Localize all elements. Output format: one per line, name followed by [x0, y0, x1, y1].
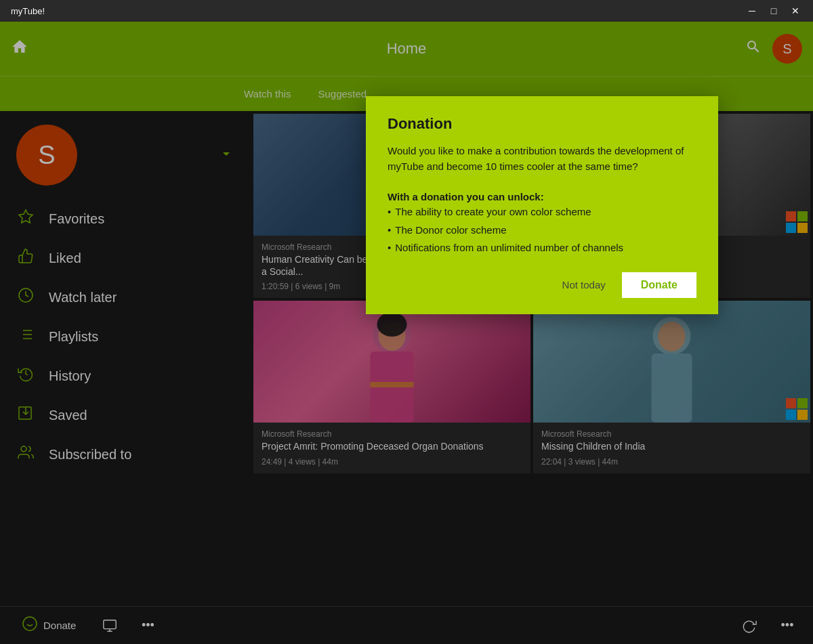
- app-title: myTube!: [11, 6, 45, 16]
- not-today-button[interactable]: Not today: [546, 272, 622, 297]
- maximize-button[interactable]: □: [764, 1, 783, 20]
- donation-unlock-title: With a donation you can unlock:: [388, 191, 544, 202]
- donation-bullet-2: • The Donor color scheme: [388, 223, 696, 238]
- minimize-button[interactable]: ─: [743, 1, 762, 20]
- donation-modal: Donation Would you like to make a contri…: [366, 96, 718, 314]
- donation-body: Would you like to make a contribution to…: [388, 144, 696, 256]
- modal-overlay: Donation Would you like to make a contri…: [0, 22, 813, 644]
- donation-bullet-1: • The ability to create your own color s…: [388, 205, 696, 220]
- close-button[interactable]: ✕: [786, 1, 805, 20]
- donate-button[interactable]: Donate: [622, 272, 696, 298]
- titlebar: myTube! ─ □ ✕: [0, 0, 813, 22]
- donation-title: Donation: [388, 115, 696, 133]
- window-controls: ─ □ ✕: [743, 1, 805, 20]
- donation-actions: Not today Donate: [388, 272, 696, 298]
- donation-bullet-3: • Notifications from an unlimited number…: [388, 240, 696, 256]
